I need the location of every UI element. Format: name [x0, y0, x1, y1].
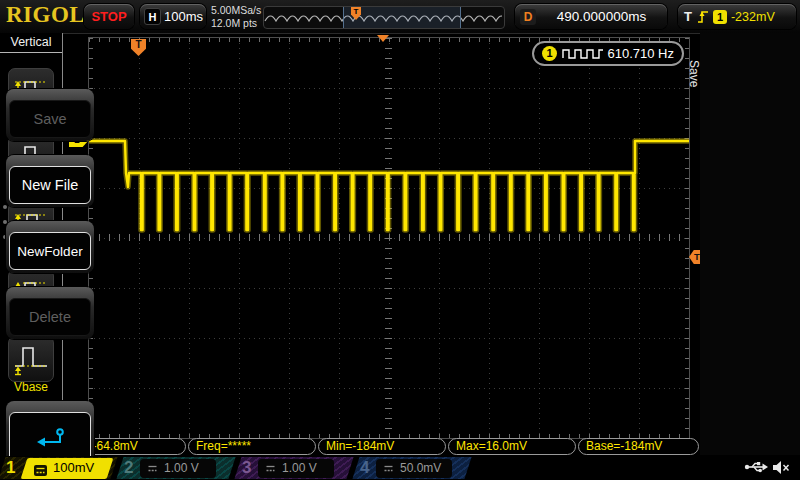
new-file-button[interactable]: New File: [6, 155, 94, 207]
menu-page-dot: [3, 220, 7, 224]
channel-4-number: 4: [360, 458, 369, 478]
channel-2-number: 2: [124, 458, 133, 478]
top-status-bar: RIGOL STOP H 100ms 5.00MSa/s 12.0M pts T…: [0, 0, 800, 34]
speaker-muted-icon: [772, 460, 790, 479]
right-soft-menu: [700, 33, 800, 455]
measure-base: Base=-184mV: [578, 438, 699, 455]
save-button-label: Save: [9, 100, 91, 138]
vbase-icon: [11, 341, 51, 377]
frequency-counter: 1 610.710 Hz: [532, 41, 684, 66]
new-folder-button-label: NewFolder: [9, 232, 91, 270]
waveform-preview-bar: T: [263, 6, 505, 29]
vbase-button[interactable]: [8, 336, 54, 382]
trigger-source-badge: 1: [713, 10, 727, 24]
vbase-label: Vbase: [0, 380, 62, 392]
acquisition-info: 5.00MSa/s 12.0M pts: [211, 4, 261, 29]
trigger-position-triangle: [377, 35, 389, 42]
rising-edge-icon: [696, 9, 709, 24]
trigger-label: T: [684, 9, 692, 24]
ch1-waveform: [89, 38, 689, 438]
brand-logo: RIGOL: [6, 2, 85, 28]
freq-value: 610.710 Hz: [608, 46, 675, 61]
delete-button-label: Delete: [9, 298, 91, 336]
sample-rate: 5.00MSa/s: [211, 4, 261, 17]
measure-min: Min=-184mV: [318, 438, 446, 455]
run-state-indicator: STOP: [84, 4, 134, 29]
oscilloscope-screen: RIGOL STOP H 100ms 5.00MSa/s 12.0M pts T…: [0, 0, 800, 480]
channel-2-scale: 1.00 V: [164, 461, 199, 475]
channel-1-number: 1: [6, 458, 15, 478]
menu-title: Vertical: [0, 33, 62, 53]
horizontal-label: H: [144, 8, 161, 25]
timebase-value: 100ms: [161, 9, 206, 24]
delete-button[interactable]: Delete: [6, 287, 94, 339]
dc-coupling-icon: [264, 463, 277, 474]
dc-coupling-icon: [34, 462, 47, 480]
dc-coupling-icon: [146, 463, 159, 474]
menu-page-dot: [3, 205, 7, 209]
memory-depth: 12.0M pts: [211, 17, 261, 30]
return-arrow-icon: [35, 427, 65, 447]
save-button[interactable]: Save: [6, 89, 94, 141]
horizontal-timebase-box: H 100ms: [140, 4, 206, 29]
new-folder-button[interactable]: NewFolder: [6, 221, 94, 273]
run-state-label: STOP: [91, 9, 126, 24]
channel-status-bar: 1 100mV 2 1.00 V 3: [0, 456, 800, 480]
delay-label: D: [520, 9, 536, 25]
trigger-box: T 1 -232mV: [678, 4, 796, 29]
channel-3-number: 3: [242, 458, 251, 478]
new-file-button-label: New File: [9, 166, 91, 204]
dc-coupling-icon: [382, 463, 395, 474]
measure-max: Max=16.0mV: [448, 438, 576, 455]
menu-tab-save: Save: [687, 60, 701, 87]
delay-box: D 490.000000ms: [515, 4, 667, 29]
trigger-level-value: -232mV: [731, 10, 775, 24]
usb-icon: [744, 460, 768, 478]
square-wave-icon: [562, 47, 603, 60]
measure-freq: Freq=*****: [188, 438, 316, 455]
freq-channel-badge: 1: [542, 46, 557, 61]
delay-value: 490.000000ms: [536, 9, 667, 24]
channel-4-scale: 50.0mV: [400, 461, 441, 475]
channel-1-scale: 100mV: [53, 460, 94, 475]
channel-3-scale: 1.00 V: [282, 461, 317, 475]
graticule: [88, 37, 690, 439]
